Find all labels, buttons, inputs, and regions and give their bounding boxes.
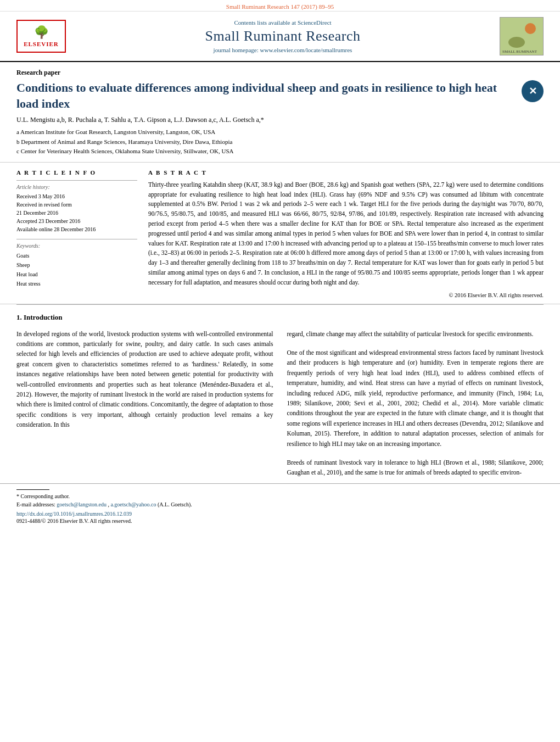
sciencedirect-link[interactable]: ScienceDirect (298, 19, 332, 26)
tree-icon: 🌳 (34, 25, 49, 40)
authors: U.L. Mengistu a,b, R. Puchala a, T. Sahl… (16, 116, 544, 124)
received-revised-label: Received in revised form (16, 200, 137, 209)
contents-line: Contents lists available at ScienceDirec… (77, 19, 489, 26)
svg-point-1 (525, 23, 536, 34)
keywords-title: Keywords: (16, 243, 137, 249)
journal-title: Small Ruminant Research (77, 28, 489, 44)
affiliation-b: b Department of Animal and Range Science… (16, 137, 544, 147)
article-section: Research paper Conditions to evaluate di… (0, 62, 560, 163)
received-date: Received 3 May 2016 (16, 192, 137, 200)
doi-link[interactable]: http://dx.doi.org/10.1016/j.smallrumres.… (16, 511, 544, 517)
journal-header: 🌳 ELSEVIER Contents lists available at S… (0, 12, 560, 62)
article-title: Conditions to evaluate differences among… (16, 80, 513, 111)
contents-label: Contents lists available at (234, 19, 296, 26)
footer-divider (16, 489, 49, 490)
corresponding-label: * Corresponding author. (16, 493, 70, 499)
intro-col-left: In developed regions of the world, lives… (16, 329, 273, 478)
introduction-section: 1. Introduction (0, 305, 560, 329)
corresponding-author: * Corresponding author. (16, 492, 544, 500)
intro-text-right-1: regard, climate change may affect the su… (287, 329, 544, 339)
affiliations: a American Institute for Goat Research, … (16, 127, 544, 156)
affiliation-a: a American Institute for Goat Research, … (16, 127, 544, 137)
elsevier-brand: ELSEVIER (24, 41, 59, 47)
article-history-block: Article history: Received 3 May 2016 Rec… (16, 180, 137, 233)
svg-text:SMALL RUMINANT: SMALL RUMINANT (502, 49, 537, 54)
keyword-goats: Goats (16, 251, 137, 260)
introduction-title: 1. Introduction (16, 313, 544, 322)
elsevier-logo: 🌳 ELSEVIER (16, 20, 66, 53)
accepted-date: Accepted 23 December 2016 (16, 217, 137, 225)
intro-text-left: In developed regions of the world, lives… (16, 329, 273, 430)
journal-top-bar: Small Ruminant Research 147 (2017) 89–95 (0, 0, 560, 12)
email-1[interactable]: goetsch@langston.edu (57, 501, 107, 507)
article-type: Research paper (16, 69, 544, 77)
abstract-column: A B S T R A C T Thirty-three yearling Ka… (148, 169, 544, 298)
affiliation-c: c Center for Veterinary Health Sciences,… (16, 147, 544, 156)
email-line: E-mail addresses: goetsch@langston.edu ,… (16, 500, 544, 509)
received-revised-date: 21 December 2016 (16, 209, 137, 217)
abstract-copyright: © 2016 Elsevier B.V. All rights reserved… (148, 292, 544, 298)
email-2[interactable]: a.goetsch@yahoo.co (110, 501, 156, 507)
section-number: 1. (16, 313, 22, 321)
email-suffix: (A.L. Goetsch). (158, 501, 192, 507)
intro-col-right: regard, climate change may affect the su… (287, 329, 544, 478)
article-info-abstract: A R T I C L E I N F O Article history: R… (0, 163, 560, 304)
email-label: E-mail addresses: (16, 501, 55, 507)
homepage-url[interactable]: www.elsevier.com/locate/smallrumres (260, 47, 352, 53)
crossmark-icon: ✕ (522, 80, 544, 102)
intro-text-right-2: One of the most significant and widespre… (287, 348, 544, 449)
article-info-column: A R T I C L E I N F O Article history: R… (16, 169, 137, 298)
journal-homepage: journal homepage: www.elsevier.com/locat… (77, 47, 489, 53)
available-date: Available online 28 December 2016 (16, 225, 137, 233)
keyword-heat-stress: Heat stress (16, 279, 137, 288)
article-title-row: Conditions to evaluate differences among… (16, 80, 544, 111)
article-info-heading: A R T I C L E I N F O (16, 169, 137, 176)
intro-text-right-3: Breeds of ruminant livestock vary in tol… (287, 458, 544, 478)
keywords-block: Keywords: Goats Sheep Heat load Heat str… (16, 239, 137, 288)
journal-center-info: Contents lists available at ScienceDirec… (77, 19, 489, 53)
svg-point-2 (508, 37, 525, 48)
section-title: Introduction (24, 313, 63, 321)
abstract-heading: A B S T R A C T (148, 169, 544, 176)
keyword-heat-load: Heat load (16, 270, 137, 279)
history-title: Article history: (16, 184, 137, 190)
homepage-label: journal homepage: (214, 47, 259, 53)
keyword-sheep: Sheep (16, 260, 137, 270)
journal-thumbnail: SMALL RUMINANT (500, 17, 544, 55)
issn-text: 0921-4488/© 2016 Elsevier B.V. All right… (16, 518, 544, 524)
page-footer: * Corresponding author. E-mail addresses… (0, 483, 560, 529)
introduction-body: In developed regions of the world, lives… (0, 329, 560, 478)
abstract-text: Thirty-three yearling Katahdin sheep (KA… (148, 180, 544, 288)
journal-citation: Small Ruminant Research 147 (2017) 89–95 (226, 3, 334, 10)
email-sep: , (108, 501, 109, 507)
